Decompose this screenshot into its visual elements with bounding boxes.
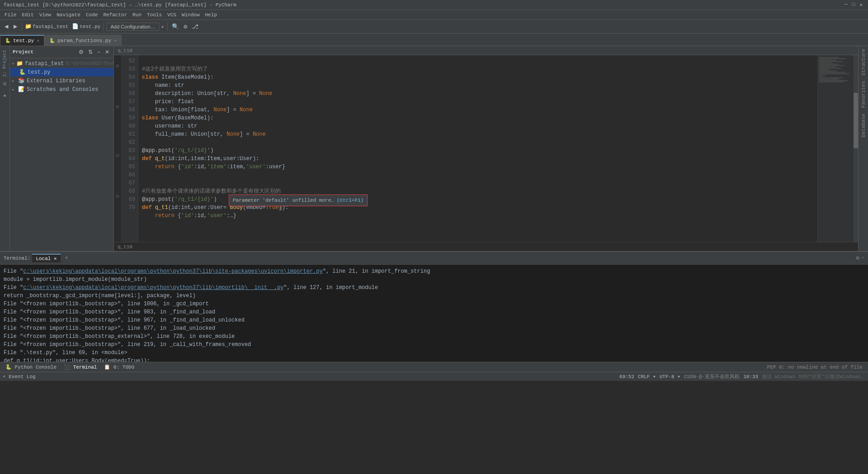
close-btn[interactable]: ✕ [859, 2, 863, 8]
menu-tools[interactable]: Tools [144, 12, 165, 18]
tree-arrow-scratch: ▸ [12, 87, 16, 92]
menu-refactor[interactable]: Refactor [100, 12, 130, 18]
line-numbers: 52 53 54 55 56 57 58 59 60 61 62 63 64 6… [121, 55, 138, 242]
title-text: fastapi_test [D:\python2022\fastapi_test… [4, 2, 236, 8]
tree-item-scratches[interactable]: ▸ 📝 Scratches and Consoles [10, 85, 113, 94]
tree-item-fastapi-test[interactable]: ▾ 📁 fastapi_test D:\python2022\fastapi_t… [10, 59, 113, 68]
menu-edit[interactable]: Edit [19, 12, 36, 18]
add-config-button[interactable]: Add Configuration… [106, 23, 159, 31]
code-editor[interactable]: #这2个就直接用官方写的了 class Item(BaseModel): nam… [138, 55, 817, 242]
sidebar-settings-btn[interactable]: ⚙ [77, 48, 85, 56]
minimap-line [819, 72, 846, 73]
editor-container: q_t10 ⊟ ⊟ ⊟ [114, 46, 858, 251]
tree-label-fastapi: fastapi_test [25, 61, 64, 67]
sidebar-close-btn[interactable]: ✕ [104, 48, 111, 56]
tab-test-py-close[interactable]: ✕ [37, 38, 39, 43]
menu-navigate[interactable]: Navigate [54, 12, 83, 18]
tree-path-fastapi: D:\python2022\fastapi_test [66, 61, 113, 66]
terminal-minimize-btn[interactable]: − [861, 255, 864, 261]
back-btn[interactable]: ◀ [3, 23, 10, 30]
project-tool-icon[interactable]: 1: Project [0, 48, 9, 79]
tab-test-py[interactable]: 🐍 test.py ✕ [0, 35, 44, 46]
project-icon: 📁 [25, 23, 32, 30]
menu-view[interactable]: View [37, 12, 54, 18]
minimap-line [819, 80, 848, 81]
todo-tab[interactable]: 📋 6: TODO [100, 363, 138, 371]
minimize-btn[interactable]: ─ [844, 2, 848, 8]
sidebar-collapse-btn[interactable]: − [96, 48, 102, 56]
tree-label-ext-libs: External Libraries [27, 78, 85, 84]
tab-test-py-icon: 🐍 [5, 38, 10, 43]
favorites-tool-label[interactable]: Favorites [860, 78, 867, 110]
tree-arrow-ext: ▸ [12, 78, 16, 84]
term-link-uvicorn[interactable]: c:\users\keking\appdata\local\programs\p… [23, 268, 323, 275]
line-69: 69 [121, 195, 138, 204]
function-hint-text: q_t10 [118, 244, 132, 250]
add-terminal-btn[interactable]: + [62, 254, 71, 262]
encoding-label[interactable]: UTF-8 ▾ [660, 374, 680, 379]
event-log-label[interactable]: ⚡ Event Log [3, 374, 36, 379]
line-65: 65 [121, 163, 138, 171]
terminal-settings-btn[interactable]: ⚙ [856, 255, 859, 261]
crlf-label[interactable]: CRLF ▾ [638, 374, 656, 379]
menu-file[interactable]: File [2, 12, 19, 18]
editor-function-hint: q_t10 [114, 242, 858, 251]
term-line-4: return _bootstrap._gcd_import(name[level… [4, 292, 864, 300]
statusbar: ⚡ Event Log 69:52 CRLF ▾ UTF-8 ▾ CSDN·@·… [0, 372, 868, 381]
menubar: File Edit View Navigate Code Refactor Ru… [0, 10, 868, 20]
project-tree: ▾ 📁 fastapi_test D:\python2022\fastapi_t… [10, 58, 113, 251]
python-console-tab[interactable]: 🐍 Python Console [2, 363, 60, 371]
folder-icon-fastapi: 📁 [16, 60, 23, 67]
structure-tool-label[interactable]: Structure [860, 46, 867, 78]
bottom-tabs-bar: 🐍 Python Console ⬛ Terminal 📋 6: TODO PE… [0, 362, 868, 372]
line-67: 67 [121, 179, 138, 187]
tab-param-icon: 🐍 [49, 38, 55, 43]
breadcrumb-text: q_t10 [118, 48, 132, 53]
tab-param-close[interactable]: ✕ [114, 38, 117, 43]
file-icon-small: 📄 [72, 23, 79, 30]
tab-param-functions-py[interactable]: 🐍 param_functions.py ✕ [44, 35, 122, 46]
terminal-tab-local[interactable]: Local ✕ [32, 254, 60, 262]
tooltip: Parameter 'default' unfilled more… (Ctrl… [229, 194, 368, 206]
tooltip-shortcut: (Ctrl+F1) [337, 196, 363, 204]
forward-btn[interactable]: ▶ [12, 23, 19, 30]
menu-code[interactable]: Code [83, 12, 100, 18]
structure-icon[interactable]: ≡ [1, 79, 8, 90]
tree-arrow-fastapi: ▾ [12, 61, 14, 66]
minimap-line [819, 61, 843, 62]
minimap-line [819, 65, 844, 66]
toolbar-separator-3 [167, 23, 168, 31]
code-area[interactable]: ⊟ ⊟ ⊟ ⊟ 52 5 [114, 55, 858, 242]
maximize-btn[interactable]: □ [852, 2, 855, 8]
bookmark-icon[interactable]: ★ [1, 90, 8, 101]
term-line-7: File "<frozen importlib._bootstrap>", li… [4, 316, 864, 324]
database-tool-label[interactable]: Database [860, 111, 867, 140]
menu-vcs[interactable]: VCS [165, 12, 179, 18]
minimap-line [819, 76, 822, 77]
tree-item-test-py[interactable]: 🐍 test.py [10, 68, 113, 76]
scroll-thumb[interactable] [854, 93, 858, 149]
search-icon[interactable]: 🔍 [170, 22, 180, 31]
term-line-8: File "<frozen importlib._bootstrap>", li… [4, 324, 864, 332]
terminal-tab-bottom[interactable]: ⬛ Terminal [60, 363, 100, 371]
menu-help[interactable]: Help [203, 12, 220, 18]
file-label: test.py [80, 24, 100, 29]
settings-icon[interactable]: ⚙ [182, 22, 189, 31]
terminal-content[interactable]: File "c:\users\keking\appdata\local\prog… [0, 265, 868, 362]
toolbar-separator-1 [22, 23, 22, 31]
tab-param-label: param_functions.py [57, 38, 111, 43]
menu-window[interactable]: Window [179, 12, 203, 18]
minimap-line [819, 81, 844, 82]
vertical-scrollbar[interactable] [854, 55, 858, 242]
project-label: fastapi_test [33, 24, 68, 29]
term-line-6: File "<frozen importlib._bootstrap>", li… [4, 308, 864, 316]
tooltip-label: Parameter [233, 196, 259, 204]
term-link-importlib[interactable]: c:\users\keking\appdata\local\programs\p… [23, 284, 283, 291]
git-icon[interactable]: ⎇ [190, 22, 200, 31]
menu-run[interactable]: Run [130, 12, 144, 18]
minimap-line [819, 77, 843, 78]
term-line-10: File "<frozen importlib._bootstrap>", li… [4, 341, 864, 349]
minimap-line [819, 73, 849, 74]
sidebar-expand-btn[interactable]: ⇅ [87, 48, 94, 56]
tree-item-external-libs[interactable]: ▸ 📚 External Libraries [10, 76, 113, 85]
